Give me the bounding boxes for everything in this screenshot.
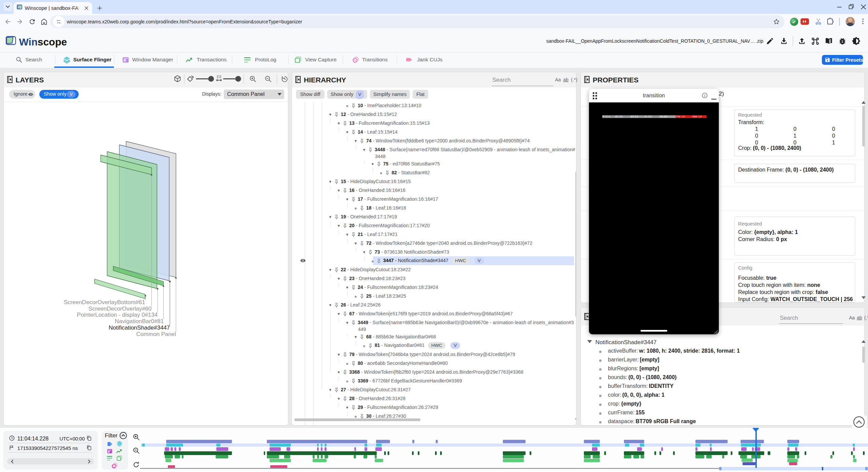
svg-text:Common Panel: Common Panel (136, 331, 176, 337)
svg-text:ScreenDecorOverlayBottom#61: ScreenDecorOverlayBottom#61 (64, 299, 145, 306)
svg-text:PointerLocation - display 0#13: PointerLocation - display 0#134 (77, 312, 158, 318)
svg-text:ScreenDecorOverlay#60: ScreenDecorOverlay#60 (88, 306, 152, 312)
svg-text:NotificationShade#3447: NotificationShade#3447 (108, 324, 170, 331)
svg-text:NavigationBar0#81: NavigationBar0#81 (115, 318, 164, 324)
